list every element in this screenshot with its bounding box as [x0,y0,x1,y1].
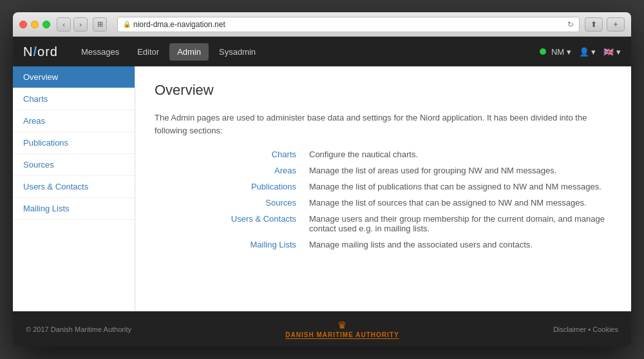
browser-nav-buttons: ‹ › [57,17,88,32]
footer-links: Disclaimer • Cookies [553,325,618,333]
back-button[interactable]: ‹ [57,17,71,32]
footer-center: ♛ Danish Maritime Authority [285,319,399,339]
sidebar-item-users-contacts[interactable]: Users & Contacts [13,176,135,198]
sidebar-item-publications[interactable]: Publications [13,132,135,154]
lock-icon: 🔒 [123,21,131,28]
sidebar-item-overview[interactable]: Overview [13,66,135,88]
nav-admin[interactable]: Admin [169,43,209,61]
section-link-publications[interactable]: Publications [219,182,296,191]
nav-messages[interactable]: Messages [73,43,127,61]
section-link-mailing-lists[interactable]: Mailing Lists [219,240,296,249]
nav-sysadmin[interactable]: Sysadmin [211,43,263,61]
footer-copyright: © 2017 Danish Maritime Authority [26,325,131,333]
footer-logo-text: Danish Maritime Authority [285,331,399,339]
app-footer: © 2017 Danish Maritime Authority ♛ Danis… [13,311,631,347]
sidebar: Overview Charts Areas Publications Sourc… [13,66,135,311]
status-dot [540,48,546,55]
nav-user[interactable]: NM ▾ [551,47,571,57]
section-desc-charts: Configure the nautical charts. [309,150,612,159]
app-navbar: N/ord Messages Editor Admin Sysadmin NM … [13,37,631,66]
traffic-lights [19,21,50,28]
main-content: Overview The Admin pages are used to adm… [135,66,631,311]
section-link-users-contacts[interactable]: Users & Contacts [219,214,296,233]
section-desc-areas: Manage the list of areas used for groupi… [309,166,612,175]
browser-window: ‹ › ⊞ 🔒 niord-dma.e-navigation.net ↻ ⬆ +… [13,12,631,347]
navbar-right: NM ▾ 👤 ▾ 🇬🇧 ▾ [540,47,621,57]
footer-cookies-link[interactable]: Cookies [592,325,618,333]
view-button[interactable]: ⊞ [93,17,107,32]
nav-profile[interactable]: 👤 ▾ [579,47,596,57]
title-bar: ‹ › ⊞ 🔒 niord-dma.e-navigation.net ↻ ⬆ + [13,12,631,37]
nav-editor[interactable]: Editor [129,43,167,61]
sections-table: Charts Configure the nautical charts. Ar… [219,150,612,249]
section-desc-sources: Manage the list of sources that can be a… [309,198,612,208]
url-bar[interactable]: 🔒 niord-dma.e-navigation.net ↻ [117,17,580,32]
section-link-sources[interactable]: Sources [219,198,296,208]
footer-disclaimer-link[interactable]: Disclaimer [553,325,586,333]
share-button[interactable]: ⬆ [585,17,603,32]
close-button[interactable] [19,21,27,28]
url-text: niord-dma.e-navigation.net [133,20,567,29]
section-link-areas[interactable]: Areas [219,166,296,175]
section-desc-mailing-lists: Manage mailing lists and the associated … [309,240,612,249]
footer-crown-icon: ♛ [337,319,346,331]
page-title: Overview [155,82,612,99]
nav-language[interactable]: 🇬🇧 ▾ [603,47,621,57]
sidebar-item-mailing-lists[interactable]: Mailing Lists [13,198,135,220]
section-link-charts[interactable]: Charts [219,150,296,159]
sidebar-item-charts[interactable]: Charts [13,88,135,110]
sidebar-item-areas[interactable]: Areas [13,110,135,132]
forward-button[interactable]: › [73,17,88,32]
toolbar-right: ⬆ + [585,17,625,32]
content-area: Overview Charts Areas Publications Sourc… [13,66,631,311]
new-tab-button[interactable]: + [607,17,625,32]
nav-links: Messages Editor Admin Sysadmin [73,43,540,61]
app-logo: N/ord [23,44,58,59]
logo-text: N/ord [23,44,58,59]
intro-text: The Admin pages are used to administer b… [155,112,612,137]
minimize-button[interactable] [31,21,39,28]
sidebar-item-sources[interactable]: Sources [13,154,135,176]
section-desc-users-contacts: Manage users and their group membership … [309,214,612,233]
refresh-icon[interactable]: ↻ [567,20,574,29]
section-desc-publications: Manage the list of publications that can… [309,182,612,191]
status-indicator: NM ▾ [540,47,571,57]
maximize-button[interactable] [43,21,50,28]
